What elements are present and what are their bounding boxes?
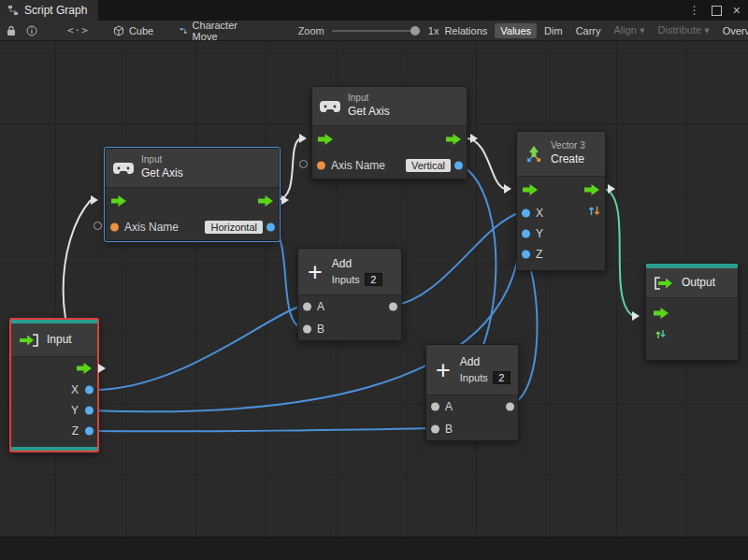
node-body — [646, 298, 738, 360]
vector3-icon — [525, 145, 543, 164]
maximize-icon[interactable] — [712, 6, 722, 16]
port-row-z: Z — [11, 421, 97, 441]
port-row-b: B — [426, 418, 518, 440]
flow-input-port[interactable] — [111, 195, 126, 207]
port-b-input[interactable] — [303, 325, 311, 334]
status-bar — [0, 537, 748, 560]
flow-output-port[interactable] — [584, 184, 599, 195]
port-row-x: X — [517, 203, 605, 223]
port-z-input[interactable] — [522, 251, 530, 259]
inputs-count-field[interactable]: 2 — [493, 371, 511, 384]
flow-input-port[interactable] — [523, 184, 538, 195]
node-category: Vector 3 — [551, 140, 585, 152]
axis-name-value-field[interactable]: Horizontal — [205, 221, 263, 234]
breadcrumb-object-label: Cube — [129, 25, 153, 36]
tab-script-graph[interactable]: Script Graph — [0, 0, 98, 21]
axis-name-input-port[interactable] — [317, 162, 325, 170]
port-z-label: Z — [72, 424, 79, 438]
node-header[interactable]: Input — [11, 323, 97, 357]
port-z-label: Z — [536, 248, 542, 261]
cube-icon — [113, 25, 124, 36]
axis-value-output-port[interactable] — [266, 223, 275, 232]
port-a-input[interactable] — [431, 403, 439, 411]
breadcrumb-graph[interactable]: Character Move — [180, 20, 243, 42]
port-b-label: B — [445, 423, 453, 436]
axis-name-label: Axis Name — [124, 221, 179, 234]
node-add-upper[interactable]: + Add Inputs 2 A B — [297, 248, 402, 341]
port-y-label: Y — [536, 227, 543, 240]
lock-icon[interactable] — [6, 25, 17, 36]
zoom-label: Zoom — [298, 25, 324, 36]
graph-asset-icon — [180, 25, 187, 36]
window-tab-bar: Script Graph ⋮ × — [0, 0, 748, 21]
port-a-input[interactable] — [303, 303, 311, 311]
port-row-x: X — [11, 380, 97, 400]
port-y-label: Y — [71, 404, 79, 417]
chevron-down-icon: ▾ — [704, 24, 710, 36]
node-get-axis-horizontal[interactable]: Input Get Axis Axis Name Horizontal — [105, 148, 280, 241]
zoom-slider[interactable] — [332, 30, 421, 32]
node-input-event[interactable]: Input X Y Z — [9, 318, 99, 452]
flow-arrowhead — [281, 195, 289, 205]
node-title: Add — [332, 257, 382, 272]
flow-arrowhead — [299, 134, 307, 143]
window-menu-icon[interactable]: ⋮ — [689, 4, 700, 17]
port-b-input[interactable] — [431, 425, 439, 434]
add-icon: + — [308, 261, 323, 283]
port-z-output[interactable] — [85, 427, 94, 436]
node-header[interactable]: Output — [646, 268, 738, 298]
port-a-label: A — [445, 400, 453, 413]
breadcrumb-object[interactable]: Cube — [113, 25, 153, 36]
axis-name-value-field[interactable]: Vertical — [406, 159, 451, 172]
output-event-icon — [654, 277, 674, 290]
vector-input-port-icon[interactable] — [654, 328, 667, 340]
port-y-output[interactable] — [85, 407, 94, 415]
axis-name-input-port[interactable] — [110, 223, 119, 232]
distribute-dropdown[interactable]: Distribute ▾ — [653, 22, 715, 38]
flow-output-port[interactable] — [77, 363, 92, 374]
flow-output-port[interactable] — [446, 134, 461, 145]
flow-arrowhead — [632, 311, 640, 321]
node-add-lower[interactable]: + Add Inputs 2 A B — [425, 344, 519, 441]
zoom-slider-knob[interactable] — [410, 26, 420, 36]
node-header[interactable]: Vector 3 Create — [517, 132, 605, 177]
flow-input-port[interactable] — [318, 134, 333, 145]
align-dropdown[interactable]: Align ▾ — [609, 22, 651, 38]
info-icon[interactable] — [26, 25, 37, 36]
close-icon[interactable]: × — [733, 4, 741, 17]
script-graph-icon — [7, 5, 19, 16]
values-toggle[interactable]: Values — [495, 23, 537, 38]
port-x-input[interactable] — [522, 209, 530, 218]
port-y-input[interactable] — [522, 230, 530, 238]
overview-button[interactable]: Overv — [717, 23, 748, 38]
node-category: Input — [348, 93, 390, 105]
node-title: Output — [682, 276, 715, 291]
node-vector3-create[interactable]: Vector 3 Create X Y Z — [516, 131, 606, 271]
port-x-label: X — [536, 207, 543, 220]
flow-arrowhead — [98, 364, 106, 373]
sum-output-port[interactable] — [389, 303, 397, 311]
sum-output-port[interactable] — [506, 403, 514, 411]
node-title: Add — [460, 355, 511, 370]
node-output-event[interactable]: Output — [645, 263, 739, 361]
node-get-axis-vertical[interactable]: Input Get Axis Axis Name Vertical — [311, 86, 468, 179]
flow-arrowhead — [608, 184, 615, 194]
port-row-y: Y — [517, 223, 605, 244]
node-header[interactable]: Input Get Axis — [106, 149, 279, 188]
flow-input-port[interactable] — [654, 308, 669, 319]
carry-toggle[interactable]: Carry — [570, 23, 607, 38]
flow-output-port[interactable] — [258, 195, 273, 207]
node-header[interactable]: + Add Inputs 2 — [426, 345, 518, 395]
node-title: Create — [551, 152, 585, 167]
port-b-label: B — [317, 323, 324, 336]
event-accent-strip — [11, 447, 97, 451]
node-header[interactable]: Input Get Axis — [312, 87, 467, 126]
inputs-count-field[interactable]: 2 — [365, 273, 382, 286]
port-x-output[interactable] — [85, 386, 94, 395]
dim-toggle[interactable]: Dim — [539, 23, 568, 38]
axis-value-output-port[interactable] — [454, 162, 463, 170]
node-header[interactable]: + Add Inputs 2 — [298, 249, 401, 295]
relations-toggle[interactable]: Relations — [439, 23, 493, 38]
add-icon: + — [436, 359, 451, 381]
zoom-to-fit-icon[interactable]: <·> — [67, 24, 89, 36]
